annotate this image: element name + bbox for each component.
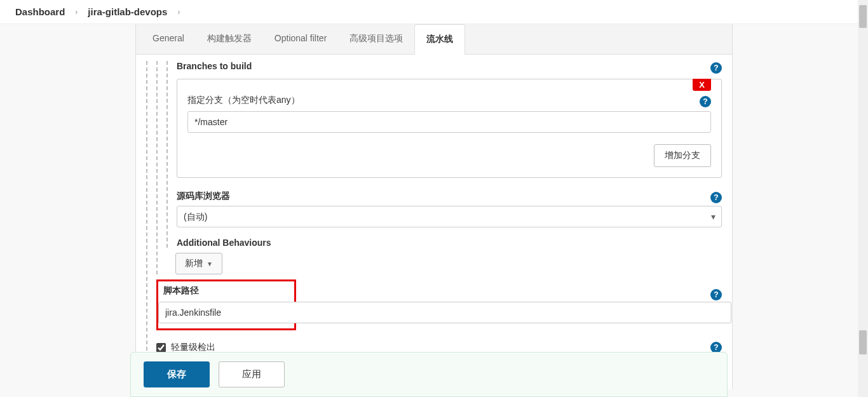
tab-pipeline[interactable]: 流水线 [414, 24, 465, 55]
help-icon[interactable]: ? [710, 192, 722, 203]
help-icon[interactable]: ? [710, 62, 722, 74]
script-path-input[interactable] [158, 302, 731, 323]
repo-browser-select-wrap: (自动) [177, 206, 722, 227]
tab-advanced[interactable]: 高级项目选项 [338, 24, 414, 54]
additional-behaviours-label: Additional Behaviours [177, 238, 722, 248]
save-button[interactable]: 保存 [144, 361, 210, 387]
scrollbar-thumb-up[interactable] [859, 5, 867, 28]
script-path-highlight: 脚本路径 [156, 279, 296, 330]
help-icon[interactable]: ? [700, 96, 711, 107]
script-path-label: 脚本路径 [163, 285, 289, 297]
branch-specifier-input[interactable] [187, 111, 711, 133]
help-icon[interactable]: ? [710, 289, 722, 300]
tab-optional-filter[interactable]: Optional filter [263, 24, 338, 54]
repo-browser-row: 源码库浏览器 ? [177, 191, 722, 202]
delete-branch-button[interactable]: X [693, 79, 711, 91]
content: Branches to build ? X 指定分支（为空时代表any） ? [136, 61, 732, 389]
breadcrumb-project[interactable]: jira-gitlab-devops [88, 6, 167, 17]
repo-browser-select[interactable]: (自动) [177, 206, 722, 227]
config-panel: General 构建触发器 Optional filter 高级项目选项 流水线… [135, 24, 733, 389]
breadcrumb: Dashboard › jira-gitlab-devops › [0, 0, 868, 24]
branches-to-build-row: Branches to build ? [177, 61, 722, 71]
apply-button[interactable]: 应用 [219, 361, 285, 387]
lightweight-checkout-checkbox[interactable] [156, 343, 166, 353]
breadcrumb-dashboard[interactable]: Dashboard [15, 6, 65, 17]
repo-browser-label: 源码库浏览器 [177, 191, 722, 202]
branch-specifier-box: X 指定分支（为空时代表any） ? 增加分支 [177, 79, 722, 178]
caret-down-icon: ▼ [207, 260, 213, 267]
tabs: General 构建触发器 Optional filter 高级项目选项 流水线 [136, 24, 732, 55]
tab-trigger[interactable]: 构建触发器 [196, 24, 263, 54]
branches-to-build-label: Branches to build [177, 61, 722, 71]
add-branch-row: 增加分支 [187, 144, 711, 167]
scrollbar-thumb[interactable] [859, 330, 867, 354]
add-behaviour-button[interactable]: 新增 ▼ [175, 253, 222, 274]
chevron-right-icon: › [75, 8, 78, 17]
scrollbar-track[interactable] [858, 0, 868, 397]
section-branches: Branches to build ? X 指定分支（为空时代表any） ? [166, 61, 722, 248]
chevron-right-icon: › [177, 8, 180, 17]
add-branch-button[interactable]: 增加分支 [654, 144, 711, 167]
tab-general[interactable]: General [141, 24, 196, 54]
section-scm: Branches to build ? X 指定分支（为空时代表any） ? [156, 61, 722, 274]
branch-spec-label: 指定分支（为空时代表any） [187, 95, 711, 106]
section-outer: Branches to build ? X 指定分支（为空时代表any） ? [146, 61, 722, 376]
footer-bar: 保存 应用 [130, 352, 728, 397]
script-path-block: ? 脚本路径 [156, 279, 722, 330]
branch-spec-row: 指定分支（为空时代表any） ? [187, 95, 711, 106]
additional-add-row: 新增 ▼ [175, 253, 722, 274]
add-behaviour-label: 新增 [185, 258, 203, 269]
main-area: General 构建触发器 Optional filter 高级项目选项 流水线… [0, 24, 868, 389]
